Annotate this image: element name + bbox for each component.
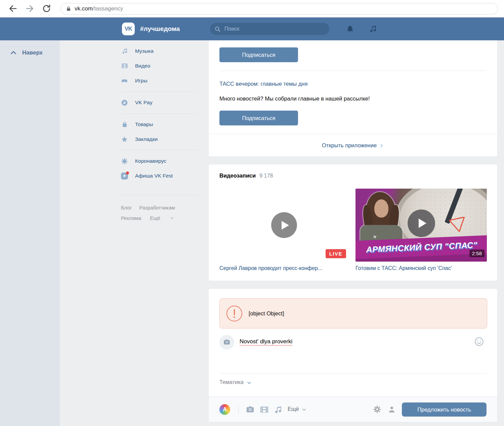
video-thumbnail-soup[interactable]: ✕ АРМЯНСКИЙ СУП "СПАС" 2:58 bbox=[355, 189, 487, 262]
sidebar-item-label: Игры bbox=[135, 78, 148, 84]
music-note-icon[interactable] bbox=[369, 25, 377, 33]
lock-icon bbox=[66, 6, 72, 12]
sidebar-item-coronavirus[interactable]: Коронавирус bbox=[121, 154, 198, 168]
open-app-link[interactable]: Открыть приложение bbox=[209, 134, 497, 156]
subscribe-card: Подписаться ТАСС вечером: главные темы д… bbox=[208, 40, 498, 157]
subscribe-button-top[interactable]: Подписаться bbox=[219, 47, 298, 62]
sidebar-divider bbox=[121, 195, 198, 195]
sidebar-menu: Музыка Видео Игры ₽ VK Pay Товары Заклад… bbox=[121, 44, 198, 223]
music-icon bbox=[121, 48, 128, 55]
vk-logo[interactable]: VK bbox=[122, 23, 135, 35]
settings-gear-icon[interactable] bbox=[373, 405, 382, 414]
sidebar-divider bbox=[121, 150, 198, 150]
attach-more-label: Ещё bbox=[288, 406, 299, 412]
attach-photo-icon[interactable] bbox=[246, 405, 255, 414]
sidebar-item-label: Видео bbox=[135, 63, 150, 69]
error-banner: [object Object] bbox=[219, 298, 487, 328]
sidebar-item-goods[interactable]: Товары bbox=[121, 117, 198, 132]
sidebar-divider bbox=[121, 91, 198, 92]
url-host: vk.com bbox=[75, 5, 93, 12]
search-input[interactable] bbox=[224, 26, 325, 32]
notification-dot bbox=[126, 171, 129, 175]
error-message: [object Object] bbox=[249, 310, 284, 317]
search-box[interactable] bbox=[210, 23, 329, 35]
browser-reload-icon[interactable] bbox=[42, 4, 51, 13]
search-icon bbox=[214, 26, 221, 32]
sidebar-item-label: Товары bbox=[135, 121, 153, 127]
sidebar-item-label: VK Pay bbox=[135, 100, 153, 106]
chevron-right-icon bbox=[379, 143, 384, 148]
sidebar-divider bbox=[121, 113, 198, 114]
play-button-icon[interactable] bbox=[271, 212, 297, 238]
vk-top-bar: VK #лучшедома bbox=[0, 17, 504, 40]
footer-link-more-label: Ещё bbox=[150, 213, 160, 223]
gamepad-icon bbox=[121, 77, 128, 84]
sidebar-item-afisha-vkfest[interactable]: Афиша VK Fest bbox=[121, 168, 198, 183]
browser-chrome: vk.com/tassagency bbox=[0, 0, 504, 17]
play-badge-icon bbox=[121, 172, 128, 180]
error-exclamation-icon bbox=[226, 306, 242, 321]
sidebar-item-video[interactable]: Видео bbox=[121, 59, 198, 73]
footer-link-developers[interactable]: Разработчикам bbox=[139, 202, 175, 213]
thumbnail-caption-text: АРМЯНСКИЙ СУП "СПАС" bbox=[366, 240, 478, 255]
chevron-down-icon bbox=[302, 407, 306, 412]
browser-back-icon[interactable] bbox=[8, 4, 18, 13]
red-triangle-doodle bbox=[448, 217, 466, 233]
topic-dropdown[interactable]: Тематика bbox=[219, 379, 252, 385]
card-divider bbox=[219, 373, 487, 374]
digest-description: Много новостей? Мы собрали главные в наш… bbox=[219, 95, 370, 102]
address-bar[interactable]: vk.com/tassagency bbox=[60, 3, 498, 14]
suggest-post-button[interactable]: Предложить новость bbox=[402, 402, 487, 417]
topic-label: Тематика bbox=[219, 379, 244, 385]
live-badge: LIVE bbox=[326, 249, 346, 258]
notifications-bell-icon[interactable] bbox=[346, 25, 354, 33]
composer-toolbar: A Ещё Предложить ново bbox=[209, 396, 497, 422]
sidebar-item-label: Коронавирус bbox=[135, 158, 166, 164]
left-gutter: Наверх bbox=[0, 40, 60, 426]
subscribe-button-bottom[interactable]: Подписаться bbox=[219, 111, 298, 125]
footer-link-more[interactable]: Ещё bbox=[150, 213, 181, 223]
chevron-up-icon bbox=[10, 49, 17, 56]
post-text-input[interactable]: Novost' dlya proverki bbox=[240, 338, 292, 345]
toolbar-divider bbox=[238, 405, 239, 414]
sidebar-item-label: Закладки bbox=[135, 136, 158, 142]
back-to-top-label: Наверх bbox=[22, 49, 43, 56]
videos-title-label: Видеозаписи bbox=[219, 172, 256, 179]
attach-photo-button[interactable] bbox=[219, 335, 234, 350]
host-cutout-graphic bbox=[358, 192, 408, 242]
sidebar-footer-links: БлогРазработчикам Реклама Ещё bbox=[121, 202, 198, 223]
play-button-icon[interactable] bbox=[408, 209, 435, 237]
sidebar-item-vkpay[interactable]: ₽ VK Pay bbox=[121, 95, 198, 110]
main-content: Подписаться ТАСС вечером: главные темы д… bbox=[208, 40, 498, 422]
sidebar-item-bookmarks[interactable]: Закладки bbox=[121, 132, 198, 147]
video-title-link[interactable]: Сергей Лавров проводит пресс-конфер... bbox=[219, 265, 349, 271]
vk-logo-text: VK bbox=[125, 26, 132, 32]
url-text: vk.com/tassagency bbox=[75, 5, 123, 12]
attach-music-icon[interactable] bbox=[274, 405, 283, 414]
attach-video-icon[interactable] bbox=[260, 405, 269, 414]
videos-count: 9 178 bbox=[259, 173, 273, 179]
footer-link-blog[interactable]: Блог bbox=[121, 202, 132, 213]
sticker-pack-icon[interactable]: A bbox=[219, 404, 230, 415]
back-to-top-button[interactable]: Наверх bbox=[10, 49, 43, 56]
video-title-link[interactable]: Готовим с ТАСС: Армянский суп 'Спас' bbox=[355, 265, 487, 271]
sidebar-item-label: Афиша VK Fest bbox=[135, 173, 173, 179]
virus-icon bbox=[121, 158, 128, 165]
attach-more-dropdown[interactable]: Ещё bbox=[288, 406, 306, 412]
browser-forward-icon[interactable] bbox=[25, 4, 35, 13]
post-as-user-icon[interactable] bbox=[387, 405, 396, 414]
footer-link-ads[interactable]: Реклама bbox=[121, 213, 141, 223]
emoji-smiley-icon[interactable] bbox=[474, 337, 484, 347]
sidebar-item-games[interactable]: Игры bbox=[121, 73, 198, 88]
videos-card: Видеозаписи9 178 LIVE ✕ АРМЯНСКИЙ СУП "С… bbox=[208, 164, 498, 281]
hashtag-link[interactable]: #лучшедома bbox=[140, 17, 180, 40]
svg-text:₽: ₽ bbox=[123, 100, 126, 105]
videos-section-title: Видеозаписи9 178 bbox=[219, 172, 273, 179]
post-composer-card: [object Object] Novost' dlya proverki Те… bbox=[208, 288, 498, 422]
digest-title-link[interactable]: ТАСС вечером: главные темы дня bbox=[219, 81, 307, 87]
chevron-down-icon bbox=[170, 216, 174, 220]
video-thumbnail-live[interactable]: LIVE bbox=[219, 189, 349, 262]
sticker-pack-letter: A bbox=[223, 406, 227, 413]
card-divider bbox=[219, 71, 487, 71]
sidebar-item-music[interactable]: Музыка bbox=[121, 44, 198, 59]
